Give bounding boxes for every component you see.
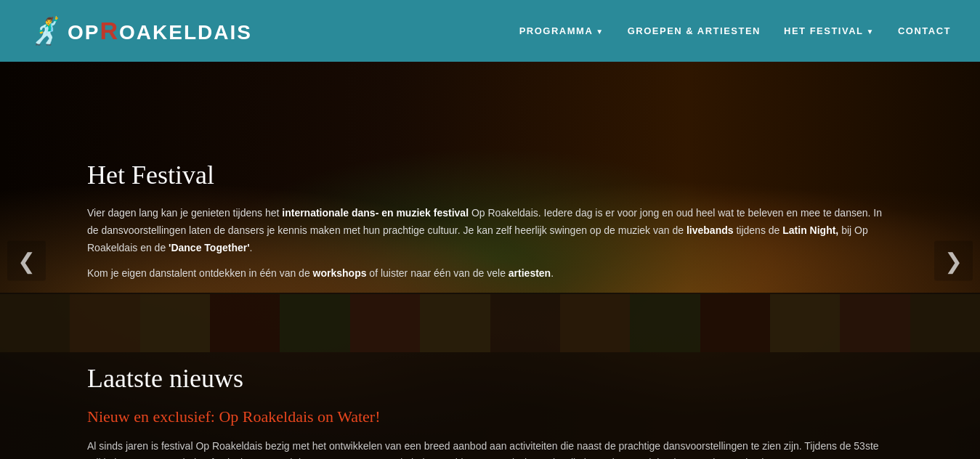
festival-bold-4: 'Dance Together' [169, 242, 249, 253]
festival-bold-3: Latin Night, [782, 224, 838, 236]
festival-text-1: Vier dagen lang kan je genieten tijdens … [87, 207, 282, 219]
nav-groepen[interactable]: GROEPEN & ARTIESTEN [628, 25, 761, 36]
logo-icon: 🕺 [29, 16, 62, 46]
nav-het-festival[interactable]: HET FESTIVAL▼ [784, 25, 875, 36]
festival-text-8: . [551, 267, 554, 279]
logo[interactable]: 🕺 OpRoakeldais [29, 16, 252, 46]
festival-text-6: Kom je eigen danstalent ontdekken in één… [87, 267, 313, 279]
site-header: 🕺 OpRoakeldais PROGRAMMA▼ GROEPEN & ARTI… [0, 0, 980, 62]
carousel-arrow-left[interactable]: ❮ [7, 241, 46, 281]
nieuws-title: Laatste nieuws [87, 363, 893, 394]
nav-contact[interactable]: CONTACT [898, 25, 951, 36]
festival-bold-6: artiesten [509, 267, 551, 279]
carousel-arrow-right[interactable]: ❯ [934, 241, 973, 281]
logo-part1: Op [68, 21, 100, 44]
nav-contact-label: CONTACT [898, 25, 951, 36]
festival-text-5: . [250, 242, 253, 253]
festival-bold-2: livebands [687, 224, 734, 236]
nav-festival-arrow: ▼ [867, 28, 875, 36]
hero-section: Het Festival Vier dagen lang kan je geni… [0, 62, 980, 459]
festival-bold-5: workshops [313, 267, 367, 279]
nav-programma-arrow: ▼ [596, 28, 604, 36]
nav-programma[interactable]: PROGRAMMA▼ [519, 25, 604, 36]
festival-block: Het Festival Vier dagen lang kan je geni… [87, 160, 893, 283]
nieuws-section: Laatste nieuws Nieuw en exclusief: Op Ro… [87, 363, 893, 459]
nieuws-body: Al sinds jaren is festival Op Roakeldais… [87, 438, 893, 459]
festival-title: Het Festival [87, 160, 893, 190]
logo-part2: oakeldais [119, 21, 252, 44]
festival-text-3: tijdens de [734, 224, 783, 236]
nav-groepen-label: GROEPEN & ARTIESTEN [628, 25, 761, 36]
nieuws-article-title: Nieuw en exclusief: Op Roakeldais on Wat… [87, 407, 893, 428]
nav-programma-label: PROGRAMMA [519, 25, 594, 36]
nav-het-festival-label: HET FESTIVAL [784, 25, 863, 36]
logo-red-r: R [100, 17, 119, 44]
festival-text-7: of luister naar één van de vele [366, 267, 508, 279]
logo-text: OpRoakeldais [68, 17, 252, 45]
festival-body: Vier dagen lang kan je genieten tijdens … [87, 205, 893, 256]
festival-body-2: Kom je eigen danstalent ontdekken in één… [87, 265, 893, 283]
main-nav: PROGRAMMA▼ GROEPEN & ARTIESTEN HET FESTI… [519, 25, 951, 36]
festival-bold-1: internationale dans- en muziek festival [282, 207, 469, 219]
